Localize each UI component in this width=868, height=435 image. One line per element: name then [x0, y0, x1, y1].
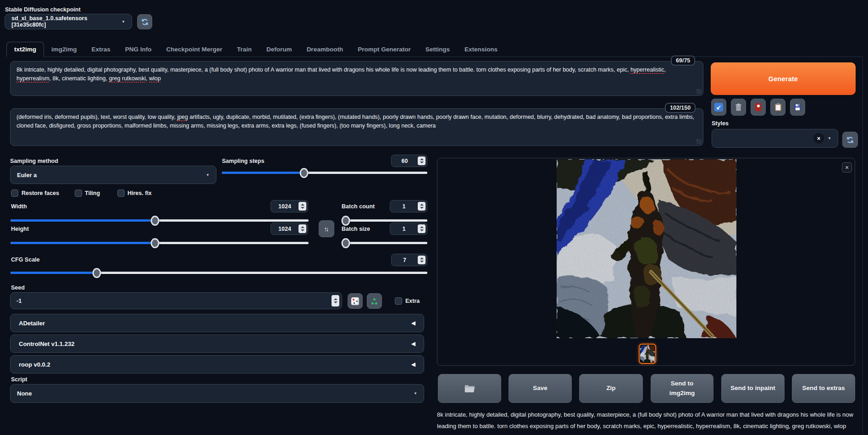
slider-handle[interactable]: [342, 238, 350, 248]
chevron-down-icon: ▼: [122, 20, 125, 24]
clear-styles-icon[interactable]: ×: [813, 133, 824, 144]
send-to-inpaint-button[interactable]: Send to inpaint: [721, 374, 785, 403]
generate-button[interactable]: Generate: [711, 62, 856, 95]
roop-accordion[interactable]: roop v0.0.2 ◀: [10, 355, 424, 374]
save-style-button[interactable]: [790, 99, 805, 116]
generated-image[interactable]: [557, 159, 736, 338]
batch-size-label: Batch size: [342, 226, 370, 232]
checkpoint-refresh-button[interactable]: [137, 14, 152, 29]
send-to-img2img-button[interactable]: Send to img2img: [651, 374, 713, 403]
send-to-extras-button[interactable]: Send to extras: [792, 374, 855, 403]
extra-seed-label: Extra: [405, 298, 420, 304]
slider-handle[interactable]: [342, 216, 350, 226]
dice-icon: [351, 297, 359, 305]
batch-count-input[interactable]: 1: [390, 200, 427, 212]
swap-arrows-icon: ↑↓: [324, 225, 329, 233]
styles-dropdown[interactable]: × ▼: [712, 129, 838, 148]
slider-handle[interactable]: [150, 238, 159, 248]
close-icon: ×: [845, 164, 849, 171]
column-divider: [862, 56, 863, 435]
spinner-icon[interactable]: [299, 202, 306, 211]
tab-png-info[interactable]: PNG Info: [118, 42, 159, 56]
sampling-steps-input[interactable]: 60: [391, 155, 427, 167]
spinner-icon[interactable]: [418, 156, 426, 165]
tab-settings[interactable]: Settings: [418, 42, 457, 56]
chevron-down-icon: ▼: [414, 391, 417, 396]
collapse-arrow-icon: ◀: [411, 340, 415, 347]
clipboard-icon: [774, 103, 782, 112]
main-tab-bar: txt2img img2img Extras PNG Info Checkpoi…: [6, 40, 862, 57]
batch-count-slider[interactable]: [342, 219, 427, 222]
negative-token-counter: 102/150: [665, 103, 696, 113]
tab-extensions[interactable]: Extensions: [457, 42, 505, 56]
height-slider[interactable]: [11, 242, 309, 244]
tab-txt2img[interactable]: txt2img: [6, 42, 44, 57]
batch-size-input[interactable]: 1: [390, 223, 427, 235]
checkpoint-dropdown[interactable]: sd_xl_base_1.0.safetensors [31e35c80fc] …: [5, 14, 132, 29]
tab-extras[interactable]: Extras: [84, 42, 118, 56]
hires-fix-label: Hires. fix: [127, 190, 152, 196]
width-input[interactable]: 1024: [271, 200, 308, 212]
tiling-checkbox[interactable]: [75, 190, 82, 197]
slider-handle[interactable]: [93, 268, 101, 278]
extra-networks-button[interactable]: [751, 99, 766, 116]
tab-checkpoint-merger[interactable]: Checkpoint Merger: [159, 42, 230, 56]
close-image-button[interactable]: ×: [842, 162, 852, 173]
apply-style-button[interactable]: [770, 99, 785, 116]
prompt-input[interactable]: 8k intricate, highly detailed, digital p…: [10, 61, 703, 96]
sampling-steps-label: Sampling steps: [222, 158, 264, 164]
script-dropdown[interactable]: None ▼: [10, 384, 424, 403]
adetailer-accordion[interactable]: ADetailer ◀: [10, 314, 424, 332]
styles-label: Styles: [712, 120, 729, 127]
tab-img2img[interactable]: img2img: [44, 42, 84, 56]
restore-faces-checkbox[interactable]: [11, 190, 18, 197]
collapse-arrow-icon: ◀: [411, 361, 415, 368]
hires-fix-checkbox[interactable]: [117, 190, 125, 197]
extra-seed-checkbox[interactable]: [395, 297, 402, 305]
sampling-steps-slider[interactable]: [222, 172, 427, 174]
seed-input[interactable]: -1: [10, 292, 342, 309]
reuse-seed-button[interactable]: [367, 293, 382, 309]
seed-label: Seed: [11, 284, 25, 291]
save-button[interactable]: Save: [509, 374, 572, 403]
script-label: Script: [11, 376, 27, 383]
cfg-scale-slider[interactable]: [11, 272, 427, 274]
sampling-method-dropdown[interactable]: Euler a ▼: [10, 166, 216, 184]
tiling-label: Tiling: [85, 190, 100, 196]
batch-size-slider[interactable]: [342, 242, 427, 244]
slider-handle[interactable]: [150, 216, 159, 226]
refresh-icon: [846, 136, 854, 144]
spinner-icon[interactable]: [299, 224, 306, 233]
tab-prompt-generator[interactable]: Prompt Generator: [350, 42, 418, 56]
checkpoint-label: Stable Diffusion checkpoint: [5, 6, 81, 13]
negative-prompt-input[interactable]: (deformed iris, deformed pupils), text, …: [10, 108, 703, 146]
tab-dreambooth[interactable]: Dreambooth: [299, 42, 351, 56]
collapse-arrow-icon: ◀: [411, 320, 415, 326]
refresh-icon: [141, 18, 149, 26]
paste-generation-params-button[interactable]: ↙: [711, 99, 726, 116]
clear-prompt-button[interactable]: [731, 99, 746, 116]
width-label: Width: [11, 203, 27, 210]
spinner-icon[interactable]: [418, 256, 426, 264]
height-input[interactable]: 1024: [271, 223, 308, 235]
spinner-icon[interactable]: [418, 202, 426, 211]
generation-info-text: 8k intricate, highly detailed, digital p…: [437, 409, 855, 435]
batch-count-label: Batch count: [342, 203, 375, 210]
arrow-down-left-icon: ↙: [714, 103, 723, 112]
cfg-scale-input[interactable]: 7: [391, 254, 427, 266]
swap-dimensions-button[interactable]: ↑↓: [319, 220, 334, 237]
gallery-thumbnail[interactable]: [639, 344, 656, 364]
tab-train[interactable]: Train: [230, 42, 259, 56]
controlnet-accordion[interactable]: ControlNet v1.1.232 ◀: [10, 335, 424, 353]
width-slider[interactable]: [11, 219, 309, 222]
random-seed-button[interactable]: [348, 293, 363, 309]
tab-deforum[interactable]: Deforum: [259, 42, 299, 56]
script-value: None: [17, 390, 32, 397]
open-folder-button[interactable]: [438, 374, 501, 403]
spinner-icon[interactable]: [418, 224, 426, 233]
styles-refresh-button[interactable]: [842, 132, 858, 148]
zip-button[interactable]: Zip: [579, 374, 643, 403]
slider-handle[interactable]: [300, 168, 309, 178]
spinner-icon[interactable]: [332, 295, 339, 307]
restore-faces-label: Restore faces: [22, 190, 59, 196]
